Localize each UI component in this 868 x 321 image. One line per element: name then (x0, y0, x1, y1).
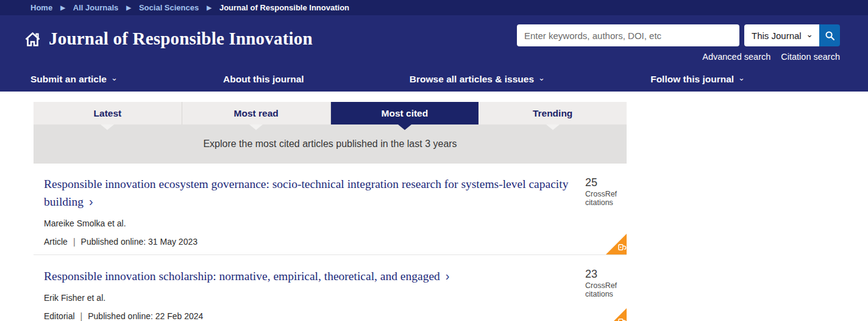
search-scope-value: This Journal (752, 31, 802, 41)
article-type: Article (44, 237, 68, 247)
article-published-date: Published online: 22 Feb 2024 (88, 311, 203, 321)
tab-trending[interactable]: Trending (478, 102, 627, 124)
open-access-lock-icon (615, 317, 627, 321)
nav-item-about-this-journal[interactable]: About this journal (223, 74, 304, 85)
article-title-link[interactable]: Responsible innovation scholarship: norm… (44, 267, 571, 285)
chevron-right-icon: › (89, 195, 93, 208)
citation-search-link[interactable]: Citation search (781, 52, 840, 62)
open-access-lock-icon (615, 243, 627, 252)
crossref-citations: 23 CrossRef citations (585, 268, 623, 298)
nav-item-label: Browse all articles & issues (410, 74, 534, 85)
tab-label: Most cited (382, 108, 429, 119)
tab-most-cited[interactable]: Most cited (331, 102, 479, 124)
article-authors: Erik Fisher et al. (44, 293, 572, 303)
citation-label: CrossRef citations (585, 190, 623, 207)
search-scope-select[interactable]: This Journal ⌄ (744, 24, 819, 46)
page-title: Journal of Responsible Innovation (49, 29, 313, 49)
crossref-citations: 25 CrossRef citations (585, 176, 623, 207)
banner-text: Explore the most cited articles publishe… (203, 139, 457, 150)
article-type: Editorial (44, 311, 75, 321)
breadcrumb-separator-icon: ▶ (207, 4, 212, 11)
breadcrumb-link-home[interactable]: Home (30, 3, 52, 12)
search-icon (825, 31, 835, 41)
journal-title: Journal of Responsible Innovation (24, 29, 313, 49)
chevron-down-icon: ⌄ (738, 73, 745, 82)
nav-item-label: Submit an article (30, 74, 107, 85)
breadcrumb: Home ▶ All Journals ▶ Social Sciences ▶ … (0, 0, 868, 15)
chevron-down-icon: ⌄ (538, 73, 545, 82)
article-meta: Article | Published online: 31 May 2023 (44, 237, 572, 247)
article-row: Responsible innovation ecosystem governa… (34, 164, 627, 255)
tab-label: Latest (94, 108, 122, 119)
meta-separator: | (73, 237, 76, 247)
chevron-down-icon: ⌄ (806, 30, 813, 38)
search-links: Advanced search Citation search (702, 52, 840, 62)
nav-item-submit-an-article[interactable]: Submit an article ⌄ (30, 74, 118, 85)
citation-count: 25 (585, 176, 623, 189)
article-list-panel: Latest Most read Most cited Trending Exp… (34, 102, 627, 321)
advanced-search-link[interactable]: Advanced search (702, 52, 770, 62)
breadcrumb-separator-icon: ▶ (60, 4, 65, 11)
nav-item-label: Follow this journal (650, 74, 734, 85)
main-nav: Submit an article ⌄ About this journal B… (0, 67, 868, 92)
article-title-text: Responsible innovation scholarship: norm… (44, 270, 440, 283)
tab-description-banner: Explore the most cited articles publishe… (34, 124, 627, 164)
tab-most-read[interactable]: Most read (182, 102, 331, 124)
search-input[interactable] (517, 24, 739, 46)
breadcrumb-separator-icon: ▶ (126, 4, 131, 11)
nav-item-follow-this-journal[interactable]: Follow this journal ⌄ (650, 74, 745, 85)
tab-label: Trending (533, 108, 572, 119)
article-row: Responsible innovation scholarship: norm… (34, 255, 627, 321)
header: Journal of Responsible Innovation This J… (0, 15, 868, 67)
article-meta: Editorial | Published online: 22 Feb 202… (44, 311, 572, 321)
tab-label: Most read (234, 108, 279, 119)
chevron-right-icon: › (446, 269, 450, 283)
citation-label: CrossRef citations (585, 281, 623, 298)
nav-item-browse-all-articles-issues[interactable]: Browse all articles & issues ⌄ (410, 74, 545, 85)
tab-latest[interactable]: Latest (34, 102, 182, 124)
citation-count: 23 (585, 268, 623, 281)
breadcrumb-link-all-journals[interactable]: All Journals (73, 3, 118, 12)
breadcrumb-link-social-sciences[interactable]: Social Sciences (139, 3, 199, 12)
home-icon[interactable] (24, 32, 41, 47)
article-title-link[interactable]: Responsible innovation ecosystem governa… (44, 176, 571, 211)
search-button[interactable] (819, 24, 840, 46)
search-area: This Journal ⌄ Advanced search Citation … (517, 24, 840, 62)
meta-separator: | (80, 311, 83, 321)
breadcrumb-current-page: Journal of Responsible Innovation (219, 3, 349, 12)
article-title-text: Responsible innovation ecosystem governa… (44, 178, 568, 208)
article-published-date: Published online: 31 May 2023 (81, 237, 197, 247)
nav-item-label: About this journal (223, 74, 304, 85)
article-authors: Mareike Smolka et al. (44, 218, 572, 228)
article-tabs: Latest Most read Most cited Trending (34, 102, 627, 124)
chevron-down-icon: ⌄ (111, 73, 118, 82)
